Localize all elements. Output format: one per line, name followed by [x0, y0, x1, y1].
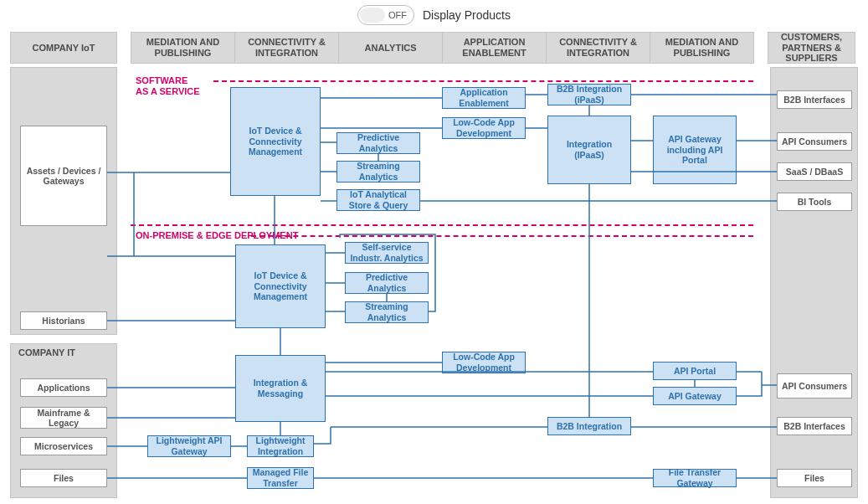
- wire-layer: [0, 0, 868, 504]
- dash-saas: [213, 80, 753, 82]
- it-lowcode: Low-Code App Development: [442, 352, 526, 373]
- historians: Historians: [20, 311, 107, 330]
- right-files: Files: [777, 469, 852, 487]
- saas-iot-mgmt: IoT Device & Connectivity Management: [230, 87, 321, 196]
- saas-app-enable: Application Enablement: [442, 87, 526, 109]
- right-bi: BI Tools: [777, 193, 852, 211]
- col-customers: CUSTOMERS, PARTNERS & SUPPLIERS: [768, 32, 855, 64]
- it-integ: Integration & Messaging: [235, 355, 326, 422]
- onprem-stream: Streaming Analytics: [345, 301, 429, 323]
- col-company-iot: COMPANY IoT: [10, 32, 117, 64]
- right-b2b2: B2B Interfaces: [777, 417, 852, 435]
- dash-onprem: [251, 235, 753, 237]
- col-connect-2: CONNECTIVITY & INTEGRATION: [546, 32, 650, 64]
- dash-mid: [131, 224, 753, 226]
- it-apiportal: API Portal: [653, 362, 737, 380]
- saas-store: IoT Analytical Store & Query: [336, 189, 420, 211]
- display-products-toggle[interactable]: OFF: [357, 5, 414, 25]
- col-mediation-1: MEDIATION AND PUBLISHING: [131, 32, 235, 64]
- it-b2b: B2B Integration: [547, 417, 631, 435]
- saas-pred: Predictive Analytics: [336, 132, 420, 154]
- it-lwgw: Lightweight API Gateway: [147, 435, 231, 457]
- files-left: Files: [20, 469, 107, 487]
- col-app-enable: APPLICATION ENABLEMENT: [442, 32, 547, 64]
- saas-ipaas: Integration (IPaaS): [547, 116, 631, 184]
- col-connect-1: CONNECTIVITY & INTEGRATION: [234, 32, 339, 64]
- it-mft: Managed File Transfer: [247, 467, 314, 489]
- saas-b2b: B2B Integration (iPaaS): [547, 84, 631, 105]
- onprem-self: Self-service Industr. Analytics: [345, 242, 429, 264]
- it-lwint: Lightweight Integration: [247, 435, 314, 457]
- mainframe-legacy: Mainframe & Legacy: [20, 407, 107, 429]
- saas-apigw: API Gateway including API Portal: [653, 116, 737, 184]
- col-analytics: ANALYTICS: [338, 32, 443, 64]
- assets-devices-gateways: Assets / Devices / Gateways: [20, 126, 107, 226]
- right-saas: SaaS / DBaaS: [777, 162, 852, 181]
- toggle-label: Display Products: [423, 8, 511, 22]
- col-mediation-2: MEDIATION AND PUBLISHING: [650, 32, 754, 64]
- onprem-pred: Predictive Analytics: [345, 272, 429, 294]
- right-b2b: B2B Interfaces: [777, 90, 852, 109]
- applications: Applications: [20, 378, 107, 397]
- right-api2: API Consumers: [777, 373, 852, 399]
- saas-lowcode: Low-Code App Development: [442, 117, 526, 139]
- it-ftgw: File Transfer Gateway: [653, 469, 737, 487]
- company-it-title: COMPANY IT: [18, 347, 75, 358]
- section-saas-label: SOFTWARE AS A SERVICE: [136, 75, 200, 97]
- column-header-row: COMPANY IoT MEDIATION AND PUBLISHING CON…: [0, 32, 868, 64]
- toggle-state: OFF: [388, 10, 407, 20]
- right-api: API Consumers: [777, 132, 852, 151]
- it-apigw: API Gateway: [653, 387, 737, 405]
- onprem-iot-mgmt: IoT Device & Connectivity Management: [235, 244, 326, 328]
- saas-stream: Streaming Analytics: [336, 161, 420, 183]
- microservices: Microservices: [20, 437, 107, 455]
